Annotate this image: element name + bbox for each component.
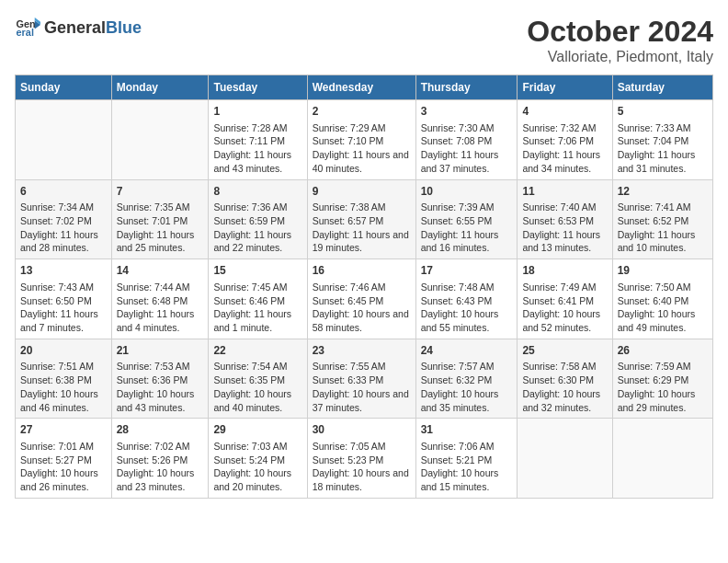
day-number: 23 (313, 343, 411, 359)
calendar-cell: 20Sunrise: 7:51 AM Sunset: 6:38 PM Dayli… (16, 339, 112, 419)
day-number: 24 (421, 343, 513, 359)
day-info: Sunrise: 7:06 AM Sunset: 5:21 PM Dayligh… (421, 440, 513, 494)
day-number: 29 (213, 422, 301, 438)
calendar-cell: 4Sunrise: 7:32 AM Sunset: 7:06 PM Daylig… (518, 100, 612, 180)
calendar-cell: 21Sunrise: 7:53 AM Sunset: 6:36 PM Dayli… (111, 339, 209, 419)
calendar-cell (111, 100, 209, 180)
calendar-cell: 30Sunrise: 7:05 AM Sunset: 5:23 PM Dayli… (307, 419, 415, 499)
location-title: Valloriate, Piedmont, Italy (527, 49, 713, 65)
day-number: 2 (313, 104, 411, 120)
calendar-cell: 10Sunrise: 7:39 AM Sunset: 6:55 PM Dayli… (415, 179, 518, 259)
calendar-cell: 12Sunrise: 7:41 AM Sunset: 6:52 PM Dayli… (612, 179, 712, 259)
day-number: 18 (522, 263, 607, 279)
calendar-cell: 1Sunrise: 7:28 AM Sunset: 7:11 PM Daylig… (209, 100, 307, 180)
calendar-week-row: 13Sunrise: 7:43 AM Sunset: 6:50 PM Dayli… (16, 259, 713, 339)
calendar-cell: 25Sunrise: 7:58 AM Sunset: 6:30 PM Dayli… (518, 339, 612, 419)
day-info: Sunrise: 7:05 AM Sunset: 5:23 PM Dayligh… (313, 440, 411, 494)
calendar-cell: 23Sunrise: 7:55 AM Sunset: 6:33 PM Dayli… (307, 339, 415, 419)
day-number: 21 (117, 343, 204, 359)
day-number: 12 (618, 184, 708, 200)
day-number: 19 (618, 263, 708, 279)
day-number: 31 (421, 422, 513, 438)
day-info: Sunrise: 7:55 AM Sunset: 6:33 PM Dayligh… (313, 360, 411, 414)
calendar-week-row: 27Sunrise: 7:01 AM Sunset: 5:27 PM Dayli… (16, 419, 713, 499)
calendar-cell: 24Sunrise: 7:57 AM Sunset: 6:32 PM Dayli… (415, 339, 518, 419)
calendar-cell: 6Sunrise: 7:34 AM Sunset: 7:02 PM Daylig… (16, 179, 112, 259)
day-info: Sunrise: 7:51 AM Sunset: 6:38 PM Dayligh… (20, 360, 107, 414)
day-info: Sunrise: 7:49 AM Sunset: 6:41 PM Dayligh… (522, 281, 607, 335)
day-header-monday: Monday (111, 75, 209, 100)
calendar-table: SundayMondayTuesdayWednesdayThursdayFrid… (15, 75, 713, 499)
day-info: Sunrise: 7:32 AM Sunset: 7:06 PM Dayligh… (522, 121, 607, 176)
day-info: Sunrise: 7:03 AM Sunset: 5:24 PM Dayligh… (213, 440, 301, 494)
day-number: 9 (313, 184, 411, 200)
day-number: 26 (618, 343, 708, 359)
calendar-cell: 26Sunrise: 7:59 AM Sunset: 6:29 PM Dayli… (612, 339, 712, 419)
logo: Gen eral General Blue (15, 15, 142, 40)
calendar-cell: 8Sunrise: 7:36 AM Sunset: 6:59 PM Daylig… (209, 179, 307, 259)
calendar-cell: 2Sunrise: 7:29 AM Sunset: 7:10 PM Daylig… (307, 100, 415, 180)
logo-general: General (44, 18, 106, 38)
calendar-cell (612, 419, 712, 499)
day-number: 25 (522, 343, 607, 359)
calendar-cell: 31Sunrise: 7:06 AM Sunset: 5:21 PM Dayli… (415, 419, 518, 499)
day-header-tuesday: Tuesday (209, 75, 307, 100)
day-number: 8 (213, 184, 301, 200)
day-info: Sunrise: 7:33 AM Sunset: 7:04 PM Dayligh… (618, 121, 708, 176)
day-header-thursday: Thursday (415, 75, 518, 100)
day-info: Sunrise: 7:40 AM Sunset: 6:53 PM Dayligh… (522, 201, 607, 255)
day-info: Sunrise: 7:02 AM Sunset: 5:26 PM Dayligh… (117, 440, 204, 494)
day-info: Sunrise: 7:48 AM Sunset: 6:43 PM Dayligh… (421, 281, 513, 335)
day-info: Sunrise: 7:01 AM Sunset: 5:27 PM Dayligh… (20, 440, 107, 494)
calendar-cell: 7Sunrise: 7:35 AM Sunset: 7:01 PM Daylig… (111, 179, 209, 259)
day-info: Sunrise: 7:59 AM Sunset: 6:29 PM Dayligh… (618, 360, 708, 414)
day-info: Sunrise: 7:38 AM Sunset: 6:57 PM Dayligh… (313, 201, 411, 255)
day-number: 15 (213, 263, 301, 279)
calendar-cell: 29Sunrise: 7:03 AM Sunset: 5:24 PM Dayli… (209, 419, 307, 499)
day-info: Sunrise: 7:44 AM Sunset: 6:48 PM Dayligh… (117, 281, 204, 335)
day-number: 28 (117, 422, 204, 438)
calendar-cell: 3Sunrise: 7:30 AM Sunset: 7:08 PM Daylig… (415, 100, 518, 180)
day-number: 6 (20, 184, 107, 200)
day-number: 5 (618, 104, 708, 120)
day-header-wednesday: Wednesday (307, 75, 415, 100)
calendar-week-row: 20Sunrise: 7:51 AM Sunset: 6:38 PM Dayli… (16, 339, 713, 419)
day-info: Sunrise: 7:43 AM Sunset: 6:50 PM Dayligh… (20, 281, 107, 335)
day-number: 7 (117, 184, 204, 200)
calendar-cell: 15Sunrise: 7:45 AM Sunset: 6:46 PM Dayli… (209, 259, 307, 339)
day-info: Sunrise: 7:58 AM Sunset: 6:30 PM Dayligh… (522, 360, 607, 414)
day-info: Sunrise: 7:46 AM Sunset: 6:45 PM Dayligh… (313, 281, 411, 335)
calendar-cell (16, 100, 112, 180)
day-number: 27 (20, 422, 107, 438)
day-number: 22 (213, 343, 301, 359)
calendar-cell: 5Sunrise: 7:33 AM Sunset: 7:04 PM Daylig… (612, 100, 712, 180)
calendar-week-row: 6Sunrise: 7:34 AM Sunset: 7:02 PM Daylig… (16, 179, 713, 259)
calendar-cell (518, 419, 612, 499)
calendar-cell: 9Sunrise: 7:38 AM Sunset: 6:57 PM Daylig… (307, 179, 415, 259)
calendar-cell: 18Sunrise: 7:49 AM Sunset: 6:41 PM Dayli… (518, 259, 612, 339)
calendar-cell: 19Sunrise: 7:50 AM Sunset: 6:40 PM Dayli… (612, 259, 712, 339)
calendar-cell: 27Sunrise: 7:01 AM Sunset: 5:27 PM Dayli… (16, 419, 112, 499)
day-header-friday: Friday (518, 75, 612, 100)
day-info: Sunrise: 7:57 AM Sunset: 6:32 PM Dayligh… (421, 360, 513, 414)
logo-icon: Gen eral (15, 15, 40, 40)
logo-blue: Blue (106, 18, 142, 38)
calendar-cell: 28Sunrise: 7:02 AM Sunset: 5:26 PM Dayli… (111, 419, 209, 499)
calendar-cell: 13Sunrise: 7:43 AM Sunset: 6:50 PM Dayli… (16, 259, 112, 339)
day-info: Sunrise: 7:41 AM Sunset: 6:52 PM Dayligh… (618, 201, 708, 255)
day-number: 14 (117, 263, 204, 279)
day-info: Sunrise: 7:30 AM Sunset: 7:08 PM Dayligh… (421, 121, 513, 176)
day-header-sunday: Sunday (16, 75, 112, 100)
day-number: 11 (522, 184, 607, 200)
day-info: Sunrise: 7:36 AM Sunset: 6:59 PM Dayligh… (213, 201, 301, 255)
day-info: Sunrise: 7:54 AM Sunset: 6:35 PM Dayligh… (213, 360, 301, 414)
header: Gen eral General Blue October 2024 Vallo… (15, 15, 713, 65)
day-info: Sunrise: 7:53 AM Sunset: 6:36 PM Dayligh… (117, 360, 204, 414)
day-info: Sunrise: 7:28 AM Sunset: 7:11 PM Dayligh… (213, 121, 301, 176)
month-title: October 2024 (527, 15, 713, 49)
calendar-header-row: SundayMondayTuesdayWednesdayThursdayFrid… (16, 75, 713, 100)
calendar-cell: 16Sunrise: 7:46 AM Sunset: 6:45 PM Dayli… (307, 259, 415, 339)
calendar-cell: 22Sunrise: 7:54 AM Sunset: 6:35 PM Dayli… (209, 339, 307, 419)
calendar-cell: 17Sunrise: 7:48 AM Sunset: 6:43 PM Dayli… (415, 259, 518, 339)
day-number: 3 (421, 104, 513, 120)
